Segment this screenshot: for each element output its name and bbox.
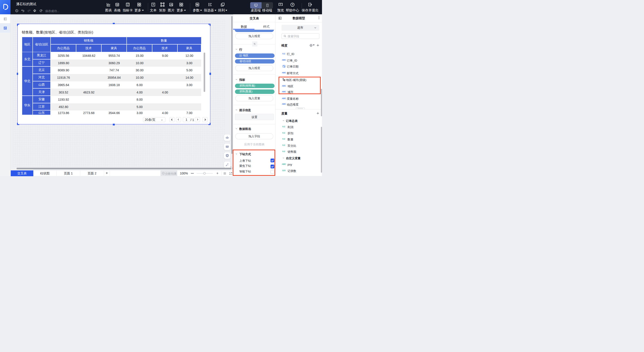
svg-text:123: 123	[126, 3, 129, 5]
svg-text:?: ?	[292, 3, 293, 6]
